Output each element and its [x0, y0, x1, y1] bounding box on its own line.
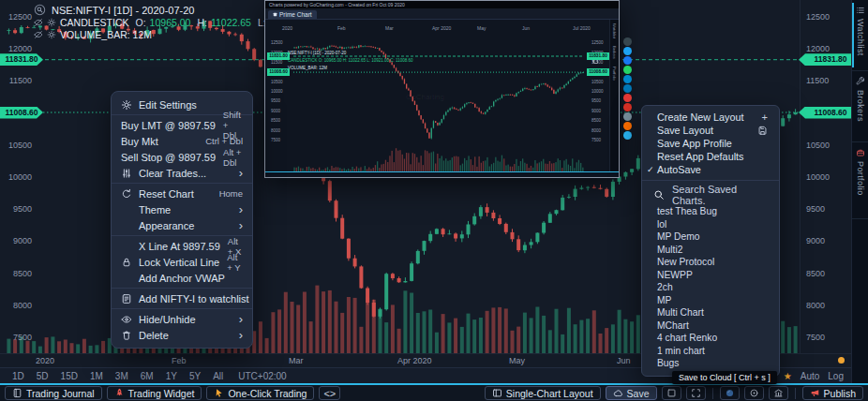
target-button[interactable]	[744, 386, 764, 400]
snapshot-footer	[265, 171, 619, 176]
saved-chart-item[interactable]: test Thea Bug	[642, 205, 779, 218]
timezone-label[interactable]: UTC+02:00	[238, 371, 286, 381]
snapshot-tab[interactable]: Prime Chart	[268, 10, 317, 19]
timeframe-5y[interactable]: 5Y	[189, 371, 201, 381]
trading-widget-button[interactable]: Trading Widget	[107, 386, 202, 400]
chevron-right-icon: ›	[239, 221, 243, 230]
menu-section: Hide/Unhide›Delete›	[112, 309, 252, 345]
snapshot-price-tick: 8000	[271, 128, 280, 133]
saved-chart-item[interactable]: 1 min chart	[642, 345, 779, 358]
more-share-icon[interactable]	[623, 37, 632, 46]
snapshot-price-tick: 9000	[591, 109, 601, 113]
menu-item-reset-chart[interactable]: Reset ChartHome	[112, 186, 252, 201]
saved-chart-item[interactable]: MP	[642, 294, 779, 307]
side-tab-watchlist[interactable]: Watchlist	[852, 0, 868, 71]
menu-item-add-anchor-vwap[interactable]: Add Anchor VWAP	[112, 270, 252, 286]
twitter-share-icon[interactable]	[623, 47, 632, 55]
google-share-icon[interactable]	[623, 103, 632, 111]
saved-chart-item[interactable]: Multi Chart	[642, 306, 779, 319]
menu-item-reset-app-defaults[interactable]: Reset App Defaults	[642, 150, 779, 163]
single-chart-layout-button[interactable]: Single-Chart Layout	[485, 386, 601, 400]
menu-item-appearance[interactable]: Appearance›	[112, 217, 252, 233]
snapshot-price-tick: 7500	[591, 138, 601, 142]
snapshot-price-tick: 9000	[271, 109, 280, 113]
side-tab-brokers[interactable]: Brokers	[852, 71, 868, 142]
snapshot-price-tag: 11831.80	[267, 52, 290, 60]
copylink-share-icon[interactable]	[623, 131, 632, 140]
gear-icon[interactable]	[47, 30, 56, 39]
menu-item-lock-vertical-line[interactable]: Lock Vertical LineAlt + Y	[112, 254, 252, 270]
saved-chart-item[interactable]: lol	[642, 218, 779, 231]
timeframe-6m[interactable]: 6M	[141, 371, 154, 381]
button-label: Save	[627, 388, 650, 399]
chart-snapshot-popup[interactable]: Charts powered by GoCharting.com - Creat…	[264, 0, 620, 178]
magnifier-icon[interactable]	[34, 4, 46, 16]
menu-item-label: Edit Settings	[139, 99, 243, 111]
expand-button[interactable]	[686, 386, 706, 400]
menu-item-save-app-profile[interactable]: Save App Profile	[642, 137, 779, 150]
snapshot-price-tick: 12500	[591, 40, 604, 45]
save-button[interactable]: Save	[606, 386, 657, 400]
menu-section: X Line At 9897.59Alt + XLock Vertical Li…	[112, 236, 252, 289]
auto-scale-button[interactable]: Auto	[801, 371, 820, 381]
bank-button[interactable]	[769, 386, 788, 400]
timeframe-15d[interactable]: 15D	[61, 371, 78, 381]
log-scale-button[interactable]: Log	[828, 371, 844, 381]
facebook-share-icon[interactable]	[623, 56, 632, 65]
timeframe-1y[interactable]: 1Y	[166, 371, 177, 381]
saved-chart-item[interactable]: 2ch	[642, 281, 779, 294]
menu-item-clear-trades[interactable]: Clear Trades...›	[112, 165, 252, 181]
toolbar-divider	[712, 388, 713, 399]
circle-button[interactable]	[720, 386, 740, 400]
button-label: Trading Widget	[128, 388, 195, 399]
menu-item-theme[interactable]: Theme›	[112, 201, 252, 217]
saved-chart-item[interactable]: NEWPP	[642, 269, 779, 282]
timeframe-5d[interactable]: 5D	[37, 371, 49, 381]
menu-section: Buy LMT @ 9897.59Shift + DblBuy MktCtrl …	[112, 115, 252, 184]
frame-button[interactable]	[662, 386, 681, 400]
saved-chart-item[interactable]: MP Demo	[642, 230, 779, 244]
gear-icon	[121, 99, 139, 111]
telegram-share-icon[interactable]	[623, 75, 632, 83]
menu-item-create-new-layout[interactable]: Create New Layout+	[642, 111, 779, 124]
trading-journal-button[interactable]: Trading Journal	[5, 386, 102, 400]
saved-chart-item[interactable]: Bugs	[642, 357, 779, 370]
menu-item-hide-unhide[interactable]: Hide/Unhide›	[112, 311, 252, 327]
eye-slash-icon[interactable]	[34, 18, 43, 27]
timeframe-all[interactable]: All	[213, 371, 223, 381]
code-button[interactable]: <>	[319, 386, 340, 400]
timeframe-1m[interactable]: 1M	[90, 371, 103, 381]
favorite-star-icon[interactable]: ★	[784, 371, 792, 381]
menu-item-autosave[interactable]: ✓AutoSave	[642, 163, 779, 176]
email-share-icon[interactable]	[623, 112, 632, 121]
side-tab-portfolio[interactable]: Portfolio	[852, 142, 868, 219]
chart-icon	[273, 11, 277, 18]
saved-chart-item[interactable]: New Protocol	[642, 256, 779, 269]
snapshot-time-tick: 2020	[282, 25, 292, 31]
timeframe-1d[interactable]: 1D	[12, 371, 24, 381]
eye-slash-icon[interactable]	[34, 30, 43, 39]
saved-charts-search[interactable]: Search Saved Charts.	[642, 185, 779, 205]
whatsapp-share-icon[interactable]	[623, 66, 632, 74]
linkedin-share-icon[interactable]	[623, 84, 632, 93]
saved-chart-item[interactable]: Multi2	[642, 244, 779, 257]
pinterest-share-icon[interactable]	[623, 94, 632, 102]
price-tick: 10000	[806, 172, 844, 182]
open-value: 10965.00	[150, 17, 191, 28]
gear-icon[interactable]	[47, 18, 56, 27]
timeframe-3m[interactable]: 3M	[115, 371, 128, 381]
menu-item-label: Reset App Defaults	[657, 151, 743, 162]
menu-item-sell-stop-9897-59[interactable]: Sell Stop @ 9897.59Alt + Dbl	[112, 149, 252, 165]
menu-item-save-layout[interactable]: Save Layout	[642, 124, 779, 137]
price-tag: 11008.60	[799, 107, 857, 119]
publish-button[interactable]: Publish	[802, 386, 863, 400]
one-click-trading-button[interactable]: One-Click Trading	[206, 386, 314, 400]
reddit-share-icon[interactable]	[623, 122, 632, 130]
saved-chart-item[interactable]: 4 chart Renko	[642, 332, 779, 345]
menu-item-label: Create New Layout	[657, 111, 743, 123]
menu-item-buy-lmt-9897-59[interactable]: Buy LMT @ 9897.59Shift + Dbl	[112, 117, 252, 133]
saved-chart-item[interactable]: MChart	[642, 319, 779, 333]
menu-item-add-nifty-i-to-watchlist[interactable]: Add NIFTY-I to watchlist	[112, 290, 252, 306]
menu-item-delete[interactable]: Delete›	[112, 327, 252, 343]
menu-item-label: Theme	[139, 204, 232, 215]
